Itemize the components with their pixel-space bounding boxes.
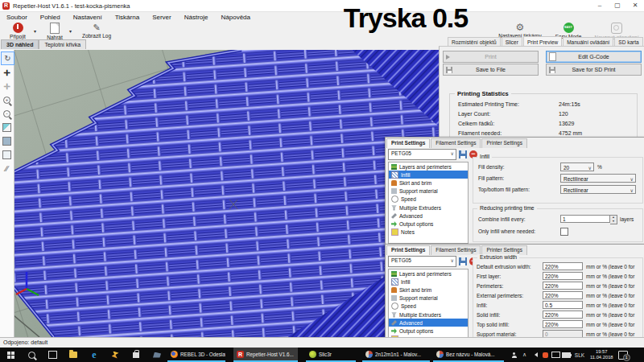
category-skirt[interactable]: Skirt and brim (389, 179, 468, 187)
load-dropdown-icon[interactable]: ▾ (69, 28, 72, 34)
profile-select[interactable]: PETG05 (388, 256, 456, 267)
category-extruders[interactable]: Multiple Extruders (389, 204, 468, 212)
zoom-out-icon[interactable]: - (1, 108, 13, 120)
maximize-button[interactable]: ▢ (609, 0, 626, 11)
connect-dropdown-icon[interactable]: ▾ (34, 28, 36, 34)
fill-pattern-select[interactable]: Rectilinear (560, 174, 636, 183)
extrusion-input[interactable] (543, 282, 583, 290)
taskbar-slic3r[interactable]: Slic3r (306, 348, 356, 362)
category-speed[interactable]: Speed (389, 195, 468, 204)
combine-infill-spinner[interactable]: ▲▼ (610, 215, 617, 224)
extruders-icon (391, 312, 397, 318)
file-explorer-icon[interactable] (63, 348, 84, 362)
extrusion-input[interactable] (543, 301, 583, 309)
advanced-icon (391, 320, 397, 326)
tab-temperature-curve[interactable]: Teplotní křivka (39, 39, 86, 49)
category-support[interactable]: Support material (389, 294, 468, 302)
fill-density-select[interactable]: 20 (560, 162, 594, 171)
isometric-view-icon[interactable] (1, 121, 13, 134)
extrusion-input[interactable] (543, 272, 583, 280)
top-bottom-pattern-select[interactable]: Rectilinear (560, 185, 636, 194)
tab-print-settings[interactable]: Print Settings (386, 245, 430, 255)
menu-pohled[interactable]: Pohled (34, 14, 67, 21)
category-extruders[interactable]: Multiple Extruders (389, 311, 468, 319)
infill-icon (391, 171, 398, 179)
language-indicator[interactable]: SLK (572, 348, 588, 362)
3d-scene[interactable] (14, 50, 439, 337)
category-support[interactable]: Support material (389, 187, 468, 195)
profile-select[interactable]: PETG05 (388, 149, 456, 160)
tab-filament-settings[interactable]: Filament Settings (431, 245, 481, 255)
extrusion-input[interactable] (543, 320, 583, 328)
move-viewpoint-icon[interactable]: ✛ (1, 80, 13, 93)
start-button[interactable] (0, 348, 21, 362)
infill-icon (391, 278, 398, 286)
top-view-icon[interactable] (1, 149, 13, 161)
skirt-icon (391, 287, 397, 293)
taskbar-paint-2[interactable]: Bez názvu - Malová... (433, 348, 504, 362)
category-notes[interactable]: Notes (389, 228, 468, 237)
extrusion-input[interactable] (543, 291, 583, 299)
clock[interactable]: 19:57 11.04.2018 (588, 349, 616, 360)
category-infill[interactable]: Infill (389, 278, 468, 286)
rotate-view-icon[interactable]: ↻ (1, 51, 14, 65)
tab-print-settings[interactable]: Print Settings (386, 138, 430, 148)
gears-icon: ⚙ (494, 23, 546, 32)
tab-3d-view[interactable]: 3D náhled (1, 39, 39, 49)
taskbar-paint-1[interactable]: 2n12m1n1 - Malov... (362, 348, 430, 362)
category-layers[interactable]: Layers and perimeters (389, 269, 468, 278)
display-tray-icon[interactable] (551, 348, 561, 362)
close-button[interactable]: ✕ (626, 0, 644, 11)
minimize-button[interactable]: – (591, 0, 609, 11)
only-infill-checkbox[interactable] (560, 228, 568, 236)
edit-gcode-button[interactable]: Edit G-Code (546, 51, 642, 63)
tab-filament-settings[interactable]: Filament Settings (431, 138, 481, 148)
category-output[interactable]: Output options (389, 327, 468, 335)
taskbar-firefox-rebel3d[interactable]: REBEL 3D - Odeslat... (167, 348, 225, 362)
menu-napoveda[interactable]: Nápověda (215, 14, 257, 21)
show-log-button[interactable]: ✎ Zobrazit Log (77, 23, 116, 39)
save-profile-icon[interactable] (459, 150, 467, 158)
menu-soubor[interactable]: Soubor (0, 14, 34, 21)
stat-value: 13629 (559, 121, 574, 126)
category-speed[interactable]: Speed (389, 302, 468, 311)
save-to-file-button[interactable]: Save to File (443, 64, 539, 76)
front-view-icon[interactable] (1, 135, 13, 147)
category-advanced[interactable]: Advanced (389, 212, 468, 220)
connect-button[interactable]: Připojit (3, 23, 32, 39)
search-icon[interactable] (21, 348, 42, 362)
tray-expand-icon[interactable]: ∧ (519, 348, 530, 362)
people-tray-icon[interactable] (509, 348, 519, 362)
task-view-icon[interactable] (42, 348, 63, 362)
menu-server[interactable]: Server (146, 14, 178, 21)
menu-tiskarna[interactable]: Tiskárna (109, 14, 146, 21)
store-icon[interactable] (126, 348, 147, 362)
zoom-in-icon[interactable]: + (1, 94, 13, 106)
menu-nastroje[interactable]: Nástroje (178, 14, 215, 21)
action-center-icon[interactable]: 1 (616, 348, 630, 362)
date: 11.04.2018 (590, 355, 613, 360)
app-icon-yellow[interactable] (105, 348, 126, 362)
load-button[interactable]: Nahrát (42, 23, 68, 40)
antivirus-tray-icon[interactable] (540, 348, 551, 362)
combine-infill-input[interactable] (560, 215, 610, 223)
volume-icon[interactable] (530, 348, 540, 362)
category-layers[interactable]: Layers and perimeters (389, 162, 468, 171)
category-infill[interactable]: Infill (389, 171, 468, 179)
category-output[interactable]: Output options (389, 220, 468, 228)
parallel-projection-icon[interactable]: ∕∕ (1, 162, 13, 175)
extrusion-input[interactable] (543, 262, 583, 270)
menu-nastaveni[interactable]: Nastavení (67, 14, 109, 21)
save-for-sd-button[interactable]: Save for SD Print (546, 64, 642, 76)
app-icon-dark[interactable] (147, 348, 167, 362)
tab-print-preview[interactable]: Print Preview (523, 36, 562, 46)
category-advanced[interactable]: Advanced (389, 319, 468, 327)
tab-printer-settings[interactable]: Printer Settings (481, 138, 526, 148)
edge-icon[interactable]: e (84, 348, 105, 362)
battery-icon[interactable] (561, 348, 572, 362)
save-profile-icon[interactable] (459, 257, 467, 265)
extrusion-input[interactable] (543, 311, 583, 319)
category-skirt[interactable]: Skirt and brim (389, 286, 468, 294)
taskbar-repetier-host[interactable]: R Repetier-Host V1.6... (233, 348, 298, 362)
move-object-icon[interactable]: ✛ (1, 67, 13, 79)
